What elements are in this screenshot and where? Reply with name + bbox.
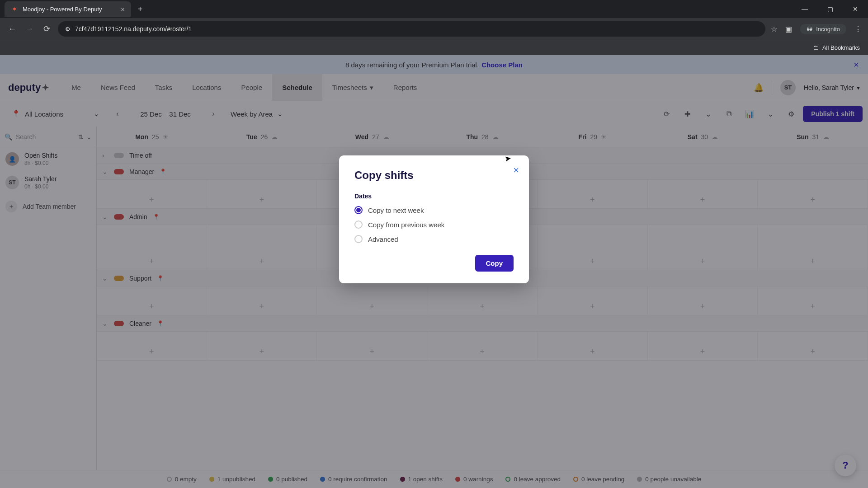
radio-label: Advanced [368, 235, 398, 243]
url-field[interactable]: ⚙ 7cf47d19112152.na.deputy.com/#roster/1 [58, 21, 765, 37]
new-tab-button[interactable]: + [134, 3, 146, 15]
radio-option[interactable]: Copy from previous week [354, 221, 514, 229]
copy-shifts-modal: × Copy shifts Dates Copy to next weekCop… [339, 155, 529, 283]
radio-icon [354, 235, 363, 243]
radio-icon [354, 206, 363, 214]
close-window-button[interactable]: ✕ [843, 0, 868, 18]
incognito-label: Incognito [816, 26, 840, 33]
copy-button[interactable]: Copy [475, 255, 514, 272]
radio-option[interactable]: Advanced [354, 235, 514, 243]
incognito-icon: 🕶 [807, 26, 812, 33]
tab-title: Moodjoy - Powered By Deputy [23, 6, 102, 13]
address-actions: ☆ ▣ 🕶 Incognito ⋮ [771, 24, 862, 34]
url-text: 7cf47d19112152.na.deputy.com/#roster/1 [75, 25, 192, 33]
modal-title: Copy shifts [354, 169, 514, 182]
radio-label: Copy to next week [368, 206, 424, 214]
site-settings-icon[interactable]: ⚙ [65, 26, 71, 33]
bookmark-star-icon[interactable]: ☆ [771, 25, 777, 33]
browser-chrome: ✶ Moodjoy - Powered By Deputy × + — ▢ ✕ … [0, 0, 868, 55]
radio-option[interactable]: Copy to next week [354, 206, 514, 214]
minimize-button[interactable]: — [792, 0, 817, 18]
all-bookmarks-button[interactable]: 🗀 All Bookmarks [813, 44, 860, 51]
address-bar: ← → ⟳ ⚙ 7cf47d19112152.na.deputy.com/#ro… [0, 18, 868, 40]
tab-favicon: ✶ [11, 5, 18, 13]
folder-icon: 🗀 [813, 44, 819, 51]
radio-label: Copy from previous week [368, 221, 444, 229]
dates-label: Dates [354, 192, 514, 200]
all-bookmarks-label: All Bookmarks [822, 44, 860, 51]
modal-close-icon[interactable]: × [513, 164, 519, 176]
incognito-badge[interactable]: 🕶 Incognito [800, 24, 846, 34]
modal-actions: Copy [354, 255, 514, 272]
forward-button[interactable]: → [24, 23, 35, 35]
radio-icon [354, 221, 363, 229]
window-controls: — ▢ ✕ [792, 0, 868, 18]
more-icon[interactable]: ⋮ [854, 25, 862, 33]
maximize-button[interactable]: ▢ [817, 0, 843, 18]
panel-icon[interactable]: ▣ [785, 25, 792, 33]
close-icon[interactable]: × [121, 5, 125, 13]
reload-button[interactable]: ⟳ [41, 23, 52, 35]
modal-overlay[interactable]: × Copy shifts Dates Copy to next weekCop… [0, 55, 868, 488]
browser-tabs: ✶ Moodjoy - Powered By Deputy × + — ▢ ✕ [0, 0, 868, 18]
bookmarks-bar: 🗀 All Bookmarks [0, 40, 868, 55]
browser-tab[interactable]: ✶ Moodjoy - Powered By Deputy × [5, 1, 131, 17]
back-button[interactable]: ← [6, 23, 18, 35]
